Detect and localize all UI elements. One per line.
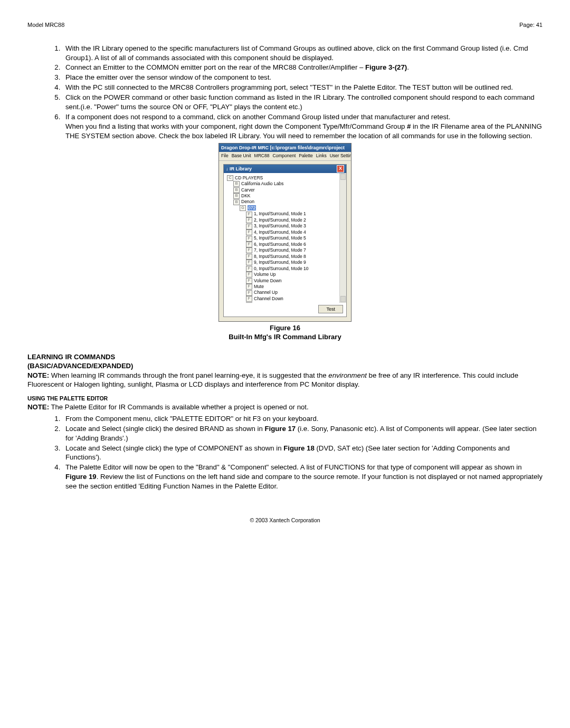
command-icon: F	[246, 284, 252, 290]
ir-library-tree[interactable]: CCD PLAYERS BCalifornia Audio LabsBCarve…	[224, 173, 346, 303]
tree-command[interactable]: FVolume Up	[246, 272, 344, 277]
list-item: Click on the POWER command or other basi…	[62, 93, 543, 112]
menu-item[interactable]: Component	[272, 153, 296, 158]
window-titlebar: Dragon Drop-IR MRC [c:\program files\dra…	[219, 143, 351, 152]
command-icon: F	[246, 254, 252, 260]
menu-item[interactable]: Links	[316, 153, 327, 158]
ir-library-panel: ↓ IR Library X CCD PLAYERS BCalifornia A…	[223, 164, 347, 317]
tree-command[interactable]: F4, Input/Surround, Mode 4	[246, 229, 344, 235]
figure-title: Built-In Mfg's IR Command Library	[229, 333, 341, 341]
command-icon: F	[246, 266, 252, 272]
section-subheading-learning: (BASIC/ADVANCED/EXPANDED)	[27, 361, 543, 371]
list-item: If a component does not respond to a com…	[62, 112, 543, 122]
tree-command[interactable]: F0, Input/Surround, Mode 10	[246, 266, 344, 272]
brand-icon: B	[233, 199, 240, 205]
list-item: The Palette Editor will now be open to t…	[62, 463, 543, 491]
tree-command[interactable]: F5, Input/Surround, Mode 5	[246, 235, 344, 241]
command-icon: F	[246, 236, 252, 242]
screenshot-window: Dragon Drop-IR MRC [c:\program files\dra…	[218, 143, 352, 322]
page-header: Model MRC88 Page: 41	[27, 21, 543, 29]
menu-item[interactable]: Palette	[299, 153, 312, 158]
figure-number: Figure 16	[270, 324, 300, 332]
section-heading-learning: LEARNING IR COMMANDS	[27, 352, 543, 362]
button-row: Test	[224, 303, 346, 317]
panel-title-text: ↓ IR Library	[226, 166, 252, 172]
command-icon: F	[246, 242, 252, 247]
folder-icon: C	[227, 175, 233, 181]
group-icon: G	[240, 205, 246, 211]
tree-command[interactable]: FChannel Down	[246, 296, 344, 302]
header-right: Page: 41	[519, 21, 543, 29]
brand-icon: B	[233, 187, 240, 193]
list-item: With the IR Library opened to the specif…	[62, 44, 543, 63]
menu-item[interactable]: User Settings (E	[330, 153, 351, 158]
tree-brand[interactable]: BCarver	[233, 187, 344, 193]
command-icon: F	[246, 229, 252, 235]
command-icon: F	[246, 247, 252, 253]
menu-item[interactable]: Base Unit	[232, 153, 251, 158]
tree-command[interactable]: F9, Input/Surround, Mode 9	[246, 260, 344, 265]
palette-note: NOTE: The Palette Editor for IR Commands…	[27, 403, 543, 412]
command-icon: F	[246, 296, 252, 302]
list-item: With the PC still connected to the MRC88…	[62, 83, 543, 92]
panel-titlebar: ↓ IR Library X	[224, 165, 346, 173]
palette-ordered-list: From the Component menu, click "PALETTE …	[27, 414, 543, 491]
header-left: Model MRC88	[27, 21, 64, 29]
learning-note: NOTE: When learning IR commands through …	[27, 371, 543, 390]
test-button[interactable]: Test	[318, 305, 343, 313]
command-icon: F	[246, 272, 252, 277]
list-item: Locate and Select (single click) the typ…	[62, 444, 543, 463]
tree-root: CD PLAYERS	[235, 175, 263, 180]
tree-command[interactable]: FPower	[246, 302, 344, 302]
palette-editor-heading: USING THE PALETTE EDITOR	[27, 395, 543, 403]
list-item: When you find a listing that works with …	[62, 122, 543, 141]
list-item: Connect an Emitter to the COMMON emitter…	[62, 63, 543, 72]
menu-item[interactable]: File	[221, 153, 229, 158]
tree-command[interactable]: F7, Input/Surround, Mode 7	[246, 247, 344, 253]
tree-command[interactable]: F2, Input/Surround, Mode 2	[246, 217, 344, 223]
tree-command[interactable]: FMute	[246, 284, 344, 290]
menu-item[interactable]: MRC88	[254, 153, 270, 158]
command-icon: F	[246, 224, 252, 229]
tree-group-selected[interactable]: G072	[240, 205, 344, 211]
window-menubar: FileBase UnitMRC88ComponentPaletteLinksU…	[219, 152, 351, 160]
command-icon: F	[246, 217, 252, 223]
main-ordered-list: With the IR Library opened to the specif…	[27, 44, 543, 141]
brand-icon: B	[233, 181, 240, 187]
tree-command[interactable]: F6, Input/Surround, Mode 6	[246, 242, 344, 247]
tree-brand[interactable]: BDKK	[233, 193, 344, 199]
page-footer: © 2003 Xantech Corporation	[27, 516, 543, 524]
list-item: Locate and Select (single click) the des…	[62, 424, 543, 443]
figure-wrap: Dragon Drop-IR MRC [c:\program files\dra…	[27, 143, 543, 322]
list-item: Place the emitter over the sensor window…	[62, 73, 543, 82]
scrollbar[interactable]	[339, 173, 346, 303]
tree-command[interactable]: F1, Input/Surround, Mode 1	[246, 211, 344, 217]
brand-icon: B	[233, 193, 240, 199]
tree-brand[interactable]: BCalifornia Audio Labs	[233, 181, 344, 187]
close-icon[interactable]: X	[337, 165, 344, 173]
command-icon: F	[246, 278, 252, 284]
tree-command[interactable]: F8, Input/Surround, Mode 8	[246, 254, 344, 260]
tree-command[interactable]: FVolume Down	[246, 278, 344, 284]
tree-command[interactable]: F3, Input/Surround, Mode 3	[246, 223, 344, 229]
figure-caption: Figure 16 Built-In Mfg's IR Command Libr…	[27, 324, 543, 342]
command-icon: F	[246, 290, 252, 296]
tree-command[interactable]: FChannel Up	[246, 290, 344, 295]
command-icon: F	[246, 302, 252, 303]
tree-brand[interactable]: BDenon	[233, 199, 344, 205]
command-icon: F	[246, 260, 252, 265]
command-icon: F	[246, 212, 252, 217]
list-item: From the Component menu, click "PALETTE …	[62, 414, 543, 424]
